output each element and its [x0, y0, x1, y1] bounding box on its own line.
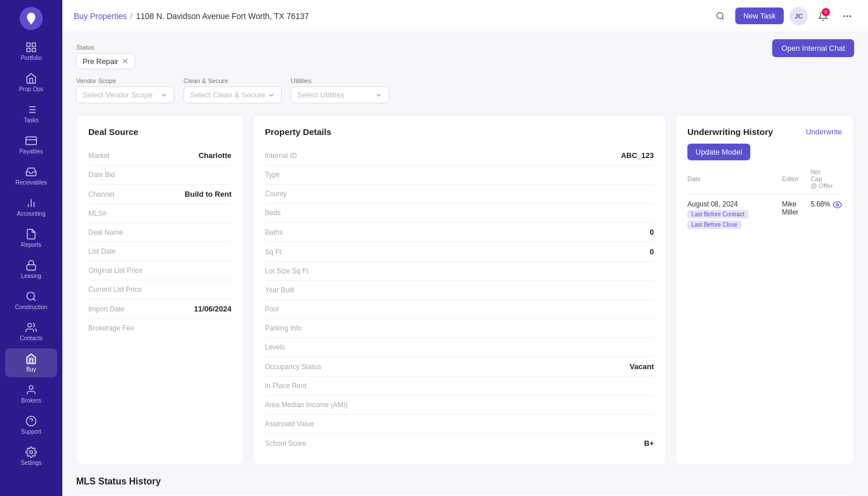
sidebar-item-receivables[interactable]: Receivables	[5, 161, 57, 190]
notification-button[interactable]: 8	[814, 7, 832, 25]
svg-rect-4	[32, 48, 36, 52]
status-clear-button[interactable]: ✕	[122, 57, 129, 66]
property-detail-row: Levels	[265, 338, 654, 357]
deal-source-card: Deal Source Market Charlotte Date Bid Ch…	[76, 115, 244, 465]
property-detail-row: Beds	[265, 204, 654, 223]
deal-source-rows: Market Charlotte Date Bid Channel Build …	[88, 146, 231, 337]
sidebar-item-construction[interactable]: Construction	[5, 286, 57, 315]
uw-col-netcap: Net Cap@ Offer	[810, 168, 833, 194]
vendor-scope-wrapper: Vendor Scope Select Vendor Scope	[76, 77, 174, 103]
property-row-label: Year Built	[265, 286, 294, 294]
svg-point-17	[27, 292, 35, 300]
property-row-label: Area Median Income (AMI)	[265, 401, 347, 409]
sidebar-item-leasing[interactable]: Leasing	[5, 255, 57, 284]
svg-line-25	[722, 18, 724, 20]
property-detail-row: Occupancy Status Vacant	[265, 357, 654, 377]
filters-row: Vendor Scope Select Vendor Scope Clean &…	[76, 77, 854, 103]
sidebar-item-accounting[interactable]: Accounting	[5, 193, 57, 221]
property-detail-rows: Internal ID ABC_123 Type County Beds Bat…	[265, 146, 654, 453]
uw-tag: Last Before Contract	[687, 210, 749, 219]
deal-source-row: Brokerage Fee	[88, 319, 231, 337]
breadcrumb-current: 1108 N. Davidson Avenue Fort Worth, TX 7…	[136, 12, 309, 21]
property-row-label: Sq Ft	[265, 248, 282, 256]
property-row-label: Levels	[265, 343, 285, 351]
property-detail-row: Lot Size Sq Ft	[265, 262, 654, 281]
sidebar-item-contacts[interactable]: Contacts	[5, 317, 57, 346]
sidebar-item-buy[interactable]: Buy	[5, 348, 57, 377]
more-options-button[interactable]	[838, 7, 856, 25]
sidebar-item-support[interactable]: Support	[5, 411, 57, 439]
property-detail-row: Type	[265, 166, 654, 185]
update-model-button[interactable]: Update Model	[687, 144, 750, 160]
deal-source-row-label: List Date	[88, 247, 115, 255]
mls-history-section: MLS Status History Status Date No Result…	[76, 476, 854, 496]
underwriting-header: Underwriting History Underwrite	[687, 127, 842, 137]
utilities-select[interactable]: Select Utilities	[291, 87, 389, 103]
property-row-label: Pool	[265, 305, 279, 313]
deal-source-row-label: Date Bid	[88, 171, 115, 179]
mls-history-title: MLS Status History	[76, 476, 854, 487]
search-button[interactable]	[711, 7, 729, 25]
svg-point-26	[843, 15, 845, 17]
uw-netcap-cell: 5.68%	[810, 194, 833, 235]
sidebar-item-reports[interactable]: Reports	[5, 224, 57, 253]
property-detail-row: Year Built	[265, 281, 654, 300]
property-row-label: Occupancy Status	[265, 363, 321, 371]
property-detail-row: Internal ID ABC_123	[265, 146, 654, 166]
svg-point-24	[717, 13, 723, 19]
underwriting-card: Underwriting History Underwrite Update M…	[675, 115, 854, 465]
deal-source-row-value: Charlotte	[199, 151, 231, 160]
sidebar-item-brokers[interactable]: Brokers	[5, 379, 57, 408]
property-row-label: County	[265, 190, 287, 198]
clean-secure-select[interactable]: Select Clean & Secure	[184, 87, 282, 103]
detail-grid: Deal Source Market Charlotte Date Bid Ch…	[76, 115, 854, 465]
property-row-label: Lot Size Sq Ft	[265, 267, 308, 275]
property-row-value: 0	[650, 247, 654, 256]
sidebar-item-settings[interactable]: Settings	[5, 442, 57, 471]
new-task-button[interactable]: New Task	[735, 7, 784, 24]
user-avatar[interactable]: JC	[790, 7, 808, 25]
open-chat-button[interactable]: Open Internal Chat	[772, 39, 854, 57]
property-detail-row: Sq Ft 0	[265, 242, 654, 262]
uw-action-cell[interactable]	[833, 194, 842, 235]
svg-point-27	[847, 15, 848, 17]
deal-source-row: MLS#	[88, 204, 231, 223]
breadcrumb-link[interactable]: Buy Properties	[74, 12, 127, 21]
sidebar-item-tasks[interactable]: Tasks	[5, 99, 57, 128]
deal-source-row: Market Charlotte	[88, 146, 231, 166]
sidebar-item-portfolio[interactable]: Portfolio	[5, 37, 57, 66]
property-row-value: ABC_123	[621, 151, 654, 160]
svg-rect-2	[32, 43, 36, 47]
sidebar: Portfolio Prop Ops Tasks Payables Receiv…	[0, 0, 62, 496]
svg-point-20	[29, 386, 33, 390]
topbar-actions: New Task JC 8	[711, 7, 856, 25]
property-row-value: 0	[650, 228, 654, 236]
sidebar-item-prop-ops[interactable]: Prop Ops	[5, 68, 57, 97]
uw-view-button[interactable]	[833, 203, 842, 211]
property-row-label: School Score	[265, 439, 306, 448]
app-logo[interactable]	[20, 7, 43, 30]
property-detail-row: Assessed Value	[265, 415, 654, 434]
svg-point-28	[850, 15, 851, 17]
property-detail-row: Pool	[265, 300, 654, 319]
clean-secure-label: Clean & Secure	[184, 77, 282, 84]
svg-rect-3	[27, 48, 31, 52]
deal-source-row-label: MLS#	[88, 209, 106, 217]
svg-rect-11	[26, 137, 36, 144]
utilities-label: Utilities	[291, 77, 389, 84]
svg-line-18	[33, 299, 36, 301]
underwrite-link[interactable]: Underwrite	[806, 127, 842, 136]
property-detail-row: Parking Info	[265, 319, 654, 338]
uw-date-cell: August 08, 2024 Last Before ContractLast…	[687, 194, 782, 235]
property-row-label: Beds	[265, 209, 280, 217]
svg-point-23	[30, 451, 33, 454]
uw-col-editor: Editor	[782, 168, 810, 194]
deal-source-row-label: Original List Price	[88, 266, 143, 275]
vendor-scope-placeholder: Select Vendor Scope	[83, 91, 152, 99]
property-detail-row: Baths 0	[265, 223, 654, 242]
vendor-scope-select[interactable]: Select Vendor Scope	[76, 87, 174, 103]
notification-badge: 8	[822, 8, 830, 16]
sidebar-item-payables[interactable]: Payables	[5, 130, 57, 159]
uw-col-date: Date	[687, 168, 782, 194]
property-row-label: Type	[265, 171, 280, 179]
